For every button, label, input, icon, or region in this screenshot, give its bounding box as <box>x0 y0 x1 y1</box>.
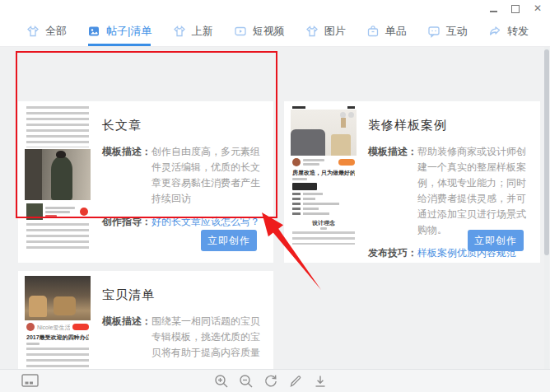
shirt-icon <box>305 25 319 38</box>
avatar <box>292 158 301 166</box>
create-now-button[interactable]: 立即创作 <box>468 230 524 251</box>
maximize-icon[interactable] <box>511 5 520 13</box>
desc-label: 模板描述： <box>102 314 151 361</box>
divider <box>320 227 327 230</box>
tab-new-arrival[interactable]: 上新 <box>173 16 213 46</box>
author-name: Nicole爱生活 <box>37 324 70 331</box>
tab-post-list[interactable]: 帖子|清单 <box>87 16 151 46</box>
scrollbar-thumb[interactable] <box>544 49 549 255</box>
bag-icon <box>366 25 380 38</box>
desc-text: 围绕某一相同话题的宝贝专辑模板，挑选优质的宝贝将有助于提高内容质量 <box>151 314 265 361</box>
tab-label: 上新 <box>192 24 213 39</box>
author-row: Nicole爱生活 <box>26 321 89 333</box>
text-placeholder <box>26 223 89 250</box>
guide-link[interactable]: 好的长文章应该怎么写？ <box>151 214 265 230</box>
desc-label: 模板描述： <box>368 144 417 238</box>
product-card <box>26 202 89 222</box>
text-placeholder <box>26 348 89 369</box>
text-placeholder <box>292 178 307 180</box>
template-grid: 长文章 模板描述： 创作自由度高，多元素组件灵活编辑，优质的长文章更容易黏住消费… <box>0 47 550 369</box>
app-window: ✕ 全部 帖子|清单 上新 短视频 图片 单品 互动 <box>0 0 550 392</box>
tab-label: 转发 <box>507 24 529 39</box>
chat-icon <box>427 25 440 38</box>
titlebar: ✕ <box>0 0 550 16</box>
overlay-button-icon <box>340 112 346 118</box>
guide-label: 创作指导： <box>102 214 151 230</box>
overlay-button-icon <box>348 112 354 118</box>
template-card-decor-sample: 房屋改造，只为做最好的自己 设计理念 装修样板案例 模板描述： <box>284 101 540 263</box>
tab-short-video[interactable]: 短视频 <box>234 16 285 46</box>
tab-label: 短视频 <box>253 24 285 39</box>
card-title: 长文章 <box>102 118 265 133</box>
zoom-in-icon[interactable] <box>214 374 229 389</box>
text-placeholder <box>26 106 89 147</box>
tab-label: 单品 <box>385 24 407 39</box>
preview-headline: 房屋改造，只为做最好的自己 <box>292 169 355 176</box>
close-icon[interactable]: ✕ <box>534 2 542 14</box>
video-icon <box>234 25 247 38</box>
desc-label: 模板描述： <box>102 144 151 207</box>
attribute-list <box>292 193 355 215</box>
desc-text: 帮助装修商家或设计师创建一个真实的整屋样板案例，体现专业能力；同时给消费者提供灵… <box>417 144 532 238</box>
long-article-preview <box>25 105 91 259</box>
follow-button-placeholder <box>72 324 89 330</box>
author-row <box>292 156 355 168</box>
section-tag <box>292 183 317 190</box>
tab-label: 全部 <box>45 24 67 39</box>
interior-photo <box>291 110 357 156</box>
text-placeholder <box>45 205 77 219</box>
text-placeholder <box>292 231 355 245</box>
edit-icon[interactable] <box>288 374 303 389</box>
follow-button-placeholder <box>338 159 355 166</box>
card-title: 装修样板案例 <box>368 118 532 133</box>
avatar <box>26 323 35 331</box>
tab-all[interactable]: 全部 <box>26 16 67 46</box>
share-icon <box>488 25 501 38</box>
shirt-icon <box>26 25 40 38</box>
create-now-button[interactable]: 立即创作 <box>201 230 257 251</box>
text-placeholder <box>303 157 336 167</box>
tab-label: 帖子|清单 <box>106 24 151 39</box>
buy-badge-icon <box>80 208 88 216</box>
tab-interaction[interactable]: 互动 <box>427 16 468 46</box>
workspace-icon[interactable] <box>21 374 39 391</box>
refresh-icon[interactable] <box>263 374 278 389</box>
preview-section-title: 设计理念 <box>291 219 357 226</box>
template-card-long-article: 长文章 模板描述： 创作自由度高，多元素组件灵活编辑，优质的长文章更容易黏住消费… <box>18 101 273 263</box>
zoom-out-icon[interactable] <box>239 374 254 389</box>
office-chairs-photo <box>25 276 91 320</box>
shirt-icon <box>173 25 186 38</box>
scrollbar <box>544 47 549 369</box>
tab-label: 互动 <box>446 24 468 39</box>
desc-text: 创作自由度高，多元素组件灵活编辑，优质的长文章更容易黏住消费者产生持续回访 <box>151 144 265 207</box>
decor-sample-preview: 房屋改造，只为做最好的自己 设计理念 <box>291 105 357 259</box>
minimize-icon[interactable] <box>490 11 497 12</box>
text-placeholder <box>26 343 40 345</box>
tips-label: 发布技巧： <box>368 245 417 261</box>
phone-statusbar <box>292 106 355 109</box>
product-thumbnail <box>26 203 43 220</box>
category-tabbar: 全部 帖子|清单 上新 短视频 图片 单品 互动 转发 <box>0 16 550 47</box>
street-fashion-photo <box>25 149 91 200</box>
post-list-icon <box>87 25 100 38</box>
tab-label: 图片 <box>324 24 346 39</box>
card-title: 宝贝清单 <box>102 287 265 303</box>
tab-forward[interactable]: 转发 <box>488 16 529 46</box>
download-icon[interactable] <box>313 374 328 389</box>
tab-single-item[interactable]: 单品 <box>366 16 407 46</box>
bottom-toolbar <box>0 369 550 392</box>
tab-picture[interactable]: 图片 <box>305 16 346 46</box>
preview-headline: 2017最受欢迎的四种办公座椅 <box>26 334 89 341</box>
